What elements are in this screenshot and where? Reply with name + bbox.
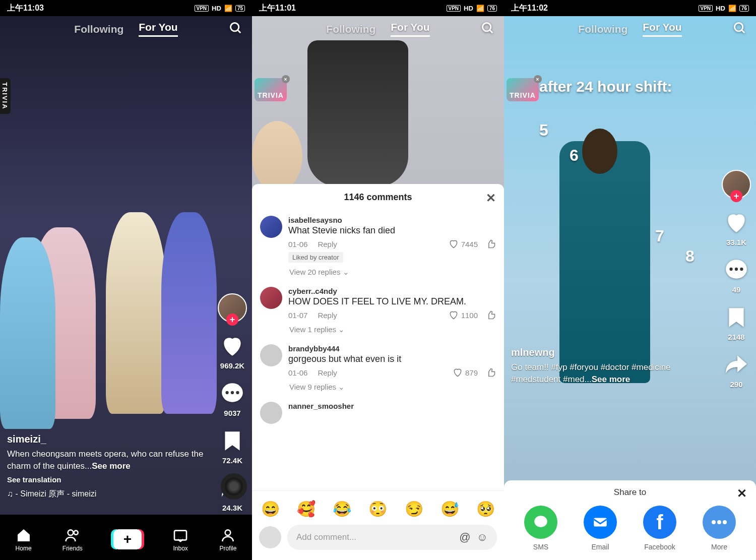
sound-info[interactable]: ♫ - Simeizi 原声 - simeizi xyxy=(7,489,212,500)
tab-following[interactable]: Following xyxy=(326,23,375,35)
svg-line-1 xyxy=(238,30,241,33)
creator-username[interactable]: simeizi_ xyxy=(7,433,212,445)
hd-icon: HD xyxy=(464,5,473,12)
share-more[interactable]: More xyxy=(703,506,736,551)
close-comments-button[interactable]: ✕ xyxy=(486,191,496,205)
search-button[interactable] xyxy=(733,21,747,37)
tab-for-you[interactable]: For You xyxy=(391,21,429,37)
svg-point-5 xyxy=(236,391,239,394)
follow-plus-icon[interactable]: + xyxy=(226,314,238,326)
creator-username[interactable]: mlnewng xyxy=(511,347,711,358)
dislike-icon[interactable] xyxy=(486,310,496,320)
search-button[interactable] xyxy=(481,21,495,37)
mention-icon[interactable]: @ xyxy=(459,531,470,544)
comments-header: 1146 comments ✕ xyxy=(252,184,504,211)
commenter-username[interactable]: cyberr..c4ndy xyxy=(288,287,496,295)
commenter-username[interactable]: brandybby444 xyxy=(288,344,496,353)
dislike-icon[interactable] xyxy=(486,239,496,249)
share-icon xyxy=(724,352,749,378)
video-caption[interactable]: When cheongsam meets opera, who can refu… xyxy=(7,448,212,472)
like-count: 33.1K xyxy=(726,238,746,246)
comment-icon xyxy=(220,381,245,406)
view-replies-link[interactable]: View 1 replies ⌄ xyxy=(289,325,496,334)
video-caption[interactable]: Go team!! #fyp #foryou #doctor #medicine… xyxy=(511,361,711,386)
view-replies-link[interactable]: View 9 replies ⌄ xyxy=(289,383,496,392)
liked-by-creator-badge: Liked by creator xyxy=(288,252,343,263)
comment-button[interactable]: 49 xyxy=(724,258,749,294)
close-icon[interactable]: × xyxy=(282,75,290,83)
close-icon[interactable]: × xyxy=(534,75,542,83)
emoji-option[interactable]: 🥰 xyxy=(297,500,316,518)
heart-icon xyxy=(724,210,749,235)
comments-list[interactable]: isabellesaysno What Stevie nicks fan die… xyxy=(252,211,504,490)
comment-button[interactable]: 9037 xyxy=(220,381,245,417)
tab-for-you[interactable]: For You xyxy=(139,21,177,37)
creator-avatar[interactable]: + xyxy=(722,170,751,199)
emoji-option[interactable]: 😄 xyxy=(261,500,280,518)
creator-avatar[interactable]: + xyxy=(218,293,247,323)
save-button[interactable]: 2148 xyxy=(724,305,749,341)
tab-for-you[interactable]: For You xyxy=(643,21,681,37)
nav-inbox[interactable]: Inbox xyxy=(172,527,188,552)
share-email[interactable]: Email xyxy=(584,506,617,551)
svg-point-16 xyxy=(735,268,738,271)
feed-tabs: Following For You xyxy=(0,21,252,37)
svg-point-9 xyxy=(225,530,231,535)
commenter-avatar[interactable] xyxy=(260,216,282,238)
trivia-badge-vertical[interactable]: TRIVIA xyxy=(0,78,11,114)
nav-friends[interactable]: Friends xyxy=(62,527,83,552)
sound-disc[interactable] xyxy=(221,473,247,500)
search-button[interactable] xyxy=(229,21,243,37)
comments-title: 1146 comments xyxy=(344,192,412,202)
comment-like-button[interactable]: 879 xyxy=(453,367,478,378)
trivia-badge[interactable]: TRIVIA× xyxy=(507,78,539,101)
commenter-avatar[interactable] xyxy=(260,402,282,424)
comment-date: 01-07 xyxy=(288,311,307,320)
save-button[interactable]: 72.4K xyxy=(220,428,245,465)
follow-plus-icon[interactable]: + xyxy=(730,190,742,202)
see-more-link[interactable]: See more xyxy=(92,461,131,471)
nav-home[interactable]: Home xyxy=(16,527,32,552)
reply-button[interactable]: Reply xyxy=(318,240,337,248)
commenter-username[interactable]: nanner_smoosher xyxy=(288,402,496,410)
see-translation-link[interactable]: See translation xyxy=(7,475,212,484)
close-share-button[interactable]: ✕ xyxy=(737,486,747,501)
emoji-option[interactable]: 😅 xyxy=(440,500,459,518)
svg-point-6 xyxy=(68,530,73,535)
emoji-picker-icon[interactable]: ☺ xyxy=(477,531,488,544)
see-more-link[interactable]: See more xyxy=(592,375,631,384)
comment-item: cyberr..c4ndy HOW DOES IT FEEL TO LIVE M… xyxy=(260,282,496,339)
emoji-option[interactable]: 😳 xyxy=(368,500,387,518)
nav-profile[interactable]: Profile xyxy=(219,527,236,552)
like-button[interactable]: 969.2K xyxy=(220,334,245,370)
comment-input[interactable]: Add comment... @☺ xyxy=(287,525,497,550)
email-icon xyxy=(584,506,617,539)
share-facebook[interactable]: f Facebook xyxy=(643,506,676,551)
vpn-icon: VPN xyxy=(699,5,713,12)
commenter-avatar[interactable] xyxy=(260,344,282,366)
tab-following[interactable]: Following xyxy=(74,23,123,35)
comment-text: HOW DOES IT FEEL TO LIVE MY. DREAM. xyxy=(288,296,496,307)
vpn-icon: VPN xyxy=(447,5,461,12)
nav-create[interactable]: + xyxy=(113,529,142,549)
bookmark-icon xyxy=(220,428,245,454)
commenter-username[interactable]: isabellesaysno xyxy=(288,216,496,224)
trivia-badge[interactable]: TRIVIA× xyxy=(255,78,287,101)
share-sms[interactable]: SMS xyxy=(524,506,557,551)
comment-like-button[interactable]: 1100 xyxy=(449,310,478,320)
svg-point-21 xyxy=(717,520,721,524)
share-button[interactable]: 290 xyxy=(724,352,749,389)
commenter-avatar[interactable] xyxy=(260,287,282,309)
view-replies-link[interactable]: View 20 replies ⌄ xyxy=(289,268,496,277)
comment-count: 9037 xyxy=(224,409,240,417)
emoji-option[interactable]: 😏 xyxy=(405,500,423,518)
comment-like-button[interactable]: 7445 xyxy=(449,239,478,249)
tab-following[interactable]: Following xyxy=(578,23,627,35)
battery-icon: 76 xyxy=(487,5,497,12)
reply-button[interactable]: Reply xyxy=(318,368,337,377)
reply-button[interactable]: Reply xyxy=(318,311,337,320)
emoji-option[interactable]: 🥺 xyxy=(476,500,495,518)
like-button[interactable]: 33.1K xyxy=(724,210,749,246)
emoji-option[interactable]: 😂 xyxy=(333,500,351,518)
dislike-icon[interactable] xyxy=(486,367,496,378)
